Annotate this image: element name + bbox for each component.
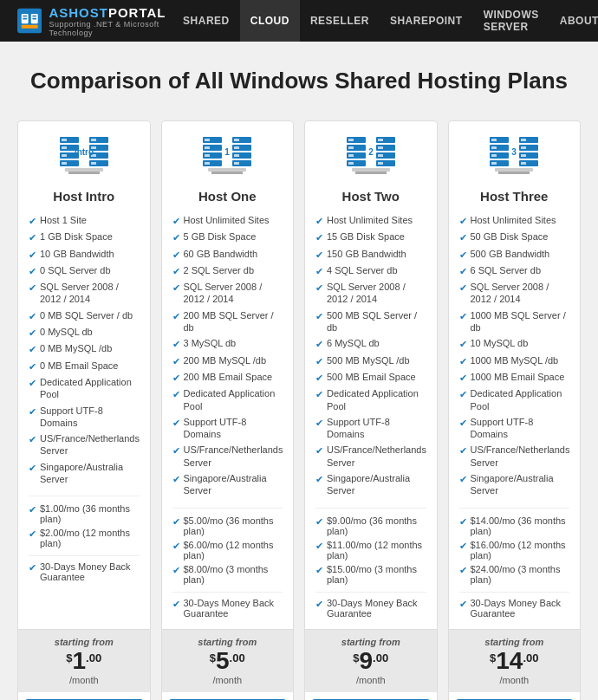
feature-item: ✔ Dedicated Application Pool (315, 386, 426, 414)
plan-buttons: More Info Order Now (18, 692, 150, 700)
check-icon: ✔ (29, 562, 36, 574)
price-section: ✔ $5.00/mo (36 months plan) ✔ $6.00/mo (… (172, 508, 283, 587)
svg-rect-6 (32, 18, 36, 20)
svg-rect-67 (355, 172, 387, 174)
nav-reseller[interactable]: RESELLER (300, 0, 380, 42)
price-item: ✔ $2.00/mo (12 months plan) (29, 526, 140, 550)
price-period: /month (312, 675, 430, 685)
price-dollar: $ (353, 652, 359, 664)
feature-item: ✔ Host 1 Site (29, 212, 140, 229)
check-icon: ✔ (459, 249, 467, 261)
svg-text:3: 3 (511, 147, 517, 157)
plan-body: intro Host Intro ✔ Host 1 Site ✔ 1 GB Di… (18, 121, 150, 629)
svg-rect-62 (378, 154, 383, 157)
svg-rect-23 (91, 162, 96, 165)
feature-item: ✔ Singapore/Australia Server (172, 470, 283, 499)
price-item: ✔ $15.00/mo (3 months plan) (315, 562, 426, 587)
feature-item: ✔ Host Unlimited Sites (459, 212, 570, 229)
check-icon: ✔ (459, 541, 467, 552)
check-icon: ✔ (459, 282, 467, 294)
svg-rect-72 (491, 139, 497, 141)
check-icon: ✔ (172, 338, 180, 350)
plan-icon-area: 3 (459, 133, 570, 184)
feature-item: ✔ 6 SQL Server db (459, 262, 570, 279)
check-icon: ✔ (459, 444, 467, 457)
check-icon: ✔ (459, 473, 467, 485)
svg-rect-52 (348, 139, 354, 141)
check-icon: ✔ (29, 528, 36, 540)
check-icon: ✔ (459, 516, 467, 528)
svg-rect-66 (352, 168, 390, 172)
nav-shared[interactable]: SHARED (172, 0, 240, 42)
feature-item: ✔ 200 MB SQL Server / db (172, 308, 283, 336)
feature-item: ✔ 500 GB Bandwidth (459, 246, 570, 262)
price-whole: 1 (73, 649, 87, 673)
plan-card-host-three: 3 Host Three ✔ Host Unlimited Sites ✔ 50… (448, 120, 582, 700)
feature-item: ✔ 1000 MB MySQL /db (459, 353, 570, 369)
svg-rect-32 (205, 139, 210, 141)
nav-windows-server[interactable]: WINDOWS SERVER (473, 0, 549, 42)
price-item: ✔ $6.00/mo (12 months plan) (172, 538, 283, 562)
check-icon: ✔ (172, 417, 180, 429)
logo-icon (17, 5, 42, 36)
page-content: Comparison of All Windows Shared Hosting… (0, 42, 598, 700)
svg-rect-27 (68, 172, 100, 174)
plan-body: 1 Host One ✔ Host Unlimited Sites ✔ 5 GB… (162, 121, 294, 629)
check-icon: ✔ (29, 433, 36, 445)
plan-buttons: More Info Order Now (449, 692, 581, 700)
check-icon: ✔ (315, 473, 323, 485)
plan-icon-area: intro (29, 133, 140, 184)
check-icon: ✔ (315, 599, 323, 610)
price-section: ✔ $1.00/mo (36 months plan) ✔ $2.00/mo (… (29, 496, 140, 550)
feature-item: ✔ 3 MySQL db (172, 335, 283, 352)
check-icon: ✔ (459, 215, 467, 227)
check-icon: ✔ (172, 265, 180, 277)
svg-rect-54 (348, 154, 354, 157)
check-icon: ✔ (29, 310, 36, 322)
svg-rect-60 (378, 139, 383, 141)
feature-item: ✔ 10 GB Bandwidth (29, 246, 140, 262)
feature-list: ✔ Host Unlimited Sites ✔ 5 GB Disk Space… (172, 212, 283, 499)
svg-rect-26 (65, 168, 103, 172)
check-icon: ✔ (315, 541, 323, 552)
check-icon: ✔ (172, 444, 180, 457)
feature-item: ✔ Support UTF-8 Domains (459, 414, 570, 443)
check-icon: ✔ (459, 265, 467, 277)
svg-rect-12 (62, 139, 67, 141)
svg-text:intro: intro (75, 147, 94, 157)
plan-body: 3 Host Three ✔ Host Unlimited Sites ✔ 50… (449, 121, 581, 629)
header: ASHOSTPORTAL Supporting .NET & Microsoft… (0, 0, 598, 42)
nav-sharepoint[interactable]: SHAREPOINT (380, 0, 473, 42)
feature-item: ✔ US/France/Netherlands Server (315, 442, 426, 470)
svg-rect-75 (491, 162, 497, 165)
feature-item: ✔ Singapore/Australia Server (315, 470, 426, 499)
feature-item: ✔ 5 GB Disk Space (172, 229, 283, 245)
check-icon: ✔ (459, 338, 467, 350)
price-display: $ 9 .00 (312, 649, 430, 673)
check-icon: ✔ (315, 282, 323, 294)
check-icon: ✔ (315, 565, 323, 576)
svg-rect-3 (23, 16, 27, 17)
nav-about[interactable]: ABOUT (549, 0, 598, 42)
feature-item: ✔ 500 MB SQL Server / db (315, 308, 426, 336)
plan-icon: intro (29, 133, 140, 184)
price-dollar: $ (490, 652, 496, 664)
logo-text: ASHOSTPORTAL Supporting .NET & Microsoft… (49, 5, 172, 37)
feature-item: ✔ 200 MB MySQL /db (172, 353, 283, 369)
plan-name: Host One (172, 189, 283, 204)
check-icon: ✔ (315, 444, 323, 457)
check-icon: ✔ (29, 265, 36, 277)
check-icon: ✔ (459, 231, 467, 243)
feature-item: ✔ 0 MB MySQL /db (29, 340, 140, 357)
feature-item: ✔ 1000 MB Email Space (459, 369, 570, 386)
price-decimal: .00 (230, 652, 245, 664)
feature-item: ✔ 0 SQL Server db (29, 262, 140, 279)
feature-item: ✔ Dedicated Application Pool (459, 386, 570, 414)
feature-item: ✔ 1 GB Disk Space (29, 229, 140, 245)
check-icon: ✔ (29, 327, 36, 339)
starting-from-label: starting from (25, 637, 143, 647)
feature-item: ✔ 2 SQL Server db (172, 262, 283, 279)
feature-item: ✔ 1000 MB SQL Server / db (459, 308, 570, 336)
nav-cloud[interactable]: CLOUD (240, 0, 300, 42)
feature-item: ✔ 0 MB Email Space (29, 358, 140, 374)
